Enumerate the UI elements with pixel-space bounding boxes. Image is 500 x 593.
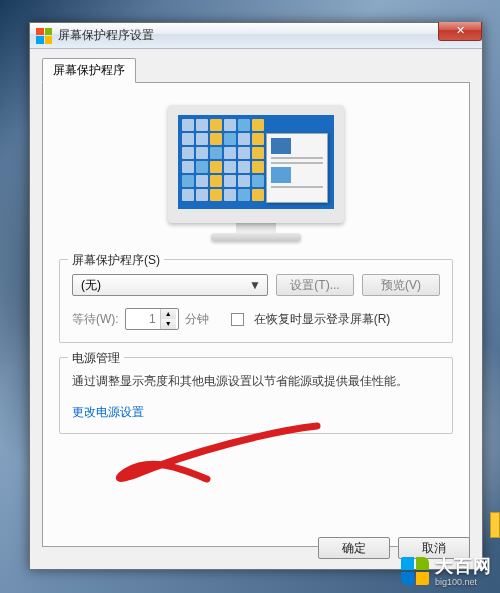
spin-up-icon[interactable]: ▲	[161, 309, 176, 319]
watermark-url: big100.net	[435, 578, 492, 587]
watermark: 大百网 big100.net	[401, 554, 492, 587]
partial-offscreen-button[interactable]	[490, 512, 500, 538]
screensaver-select[interactable]: (无) ▼	[72, 274, 268, 296]
spin-down-icon[interactable]: ▼	[161, 319, 176, 329]
settings-button[interactable]: 设置(T)...	[276, 274, 354, 296]
change-power-settings-link[interactable]: 更改电源设置	[72, 405, 144, 419]
monitor-preview	[59, 97, 453, 259]
chevron-down-icon: ▼	[247, 278, 263, 292]
dialog-body: 屏幕保护程序	[30, 49, 482, 557]
wait-unit: 分钟	[185, 311, 209, 328]
preview-button[interactable]: 预览(V)	[362, 274, 440, 296]
watermark-logo-icon	[401, 557, 429, 585]
window-icon	[36, 28, 52, 44]
tab-screensaver[interactable]: 屏幕保护程序	[42, 58, 136, 83]
close-button[interactable]: ✕	[438, 22, 482, 41]
ok-button[interactable]: 确定	[318, 537, 390, 559]
wait-spinner[interactable]: ▲ ▼	[125, 308, 179, 330]
power-group: 电源管理 通过调整显示亮度和其他电源设置以节省能源或提供最佳性能。 更改电源设置	[59, 357, 453, 434]
tab-panel: 屏幕保护程序(S) (无) ▼ 设置(T)... 预览(V) 等待(W): ▲	[42, 82, 470, 547]
resume-login-label[interactable]: 在恢复时显示登录屏幕(R)	[254, 311, 391, 328]
monitor-screen	[168, 105, 344, 223]
power-description: 通过调整显示亮度和其他电源设置以节省能源或提供最佳性能。	[72, 372, 440, 390]
screensaver-group: 屏幕保护程序(S) (无) ▼ 设置(T)... 预览(V) 等待(W): ▲	[59, 259, 453, 343]
wait-input[interactable]	[126, 312, 160, 326]
tabstrip: 屏幕保护程序	[42, 58, 470, 83]
wait-label: 等待(W):	[72, 311, 119, 328]
window-title: 屏幕保护程序设置	[58, 27, 154, 44]
watermark-brand: 大百网	[435, 556, 492, 576]
screensaver-select-value: (无)	[81, 277, 101, 294]
screensaver-settings-dialog: 屏幕保护程序设置 ✕ 屏幕保护程序	[29, 22, 483, 570]
titlebar[interactable]: 屏幕保护程序设置 ✕	[30, 23, 482, 49]
resume-login-checkbox[interactable]	[231, 313, 244, 326]
screensaver-group-legend: 屏幕保护程序(S)	[68, 252, 164, 269]
power-group-legend: 电源管理	[68, 350, 124, 367]
